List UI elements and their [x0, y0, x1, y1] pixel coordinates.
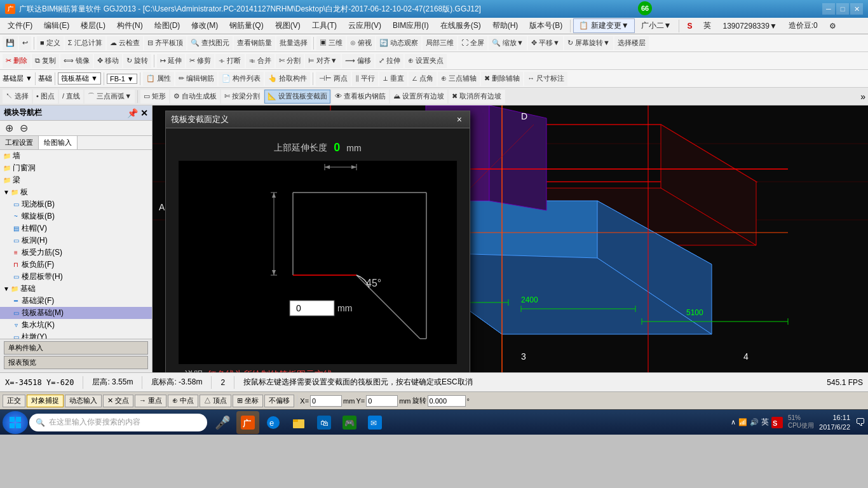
btn-intersection[interactable]: ✕ 交点 [103, 395, 133, 407]
btn-cancel-all-slope[interactable]: ✖ 取消所有边坡 [449, 90, 505, 104]
tree-item-door[interactable]: 📁 门窗洞 [0, 162, 152, 174]
taskbar-app-edge[interactable]: e [262, 411, 285, 434]
menu-help[interactable]: 帮助(H) [487, 19, 524, 32]
btn-three-point-axis[interactable]: ⊕ 三点辅轴 [438, 72, 480, 86]
btn-merge[interactable]: ⟚ 合并 [246, 54, 275, 68]
btn-point-mode[interactable]: • 图点 [33, 90, 58, 104]
btn-arc-mode[interactable]: ⌒ 三点画弧▼ [85, 90, 135, 104]
menu-edit[interactable]: 编辑(E) [39, 19, 74, 32]
menu-online[interactable]: 在线服务(S) [435, 19, 486, 32]
btn-delete[interactable]: ✂ 删除 [3, 54, 31, 68]
btn-coord[interactable]: ⊞ 坐标 [233, 395, 263, 407]
btn-property[interactable]: 📋 属性 [143, 72, 174, 86]
taskbar-app-explorer[interactable] [287, 411, 310, 434]
nav-add[interactable]: ⊕ [3, 122, 16, 134]
btn-break[interactable]: ⟛ 打断 [215, 54, 244, 68]
btn-no-offset[interactable]: 不偏移 [264, 395, 294, 407]
rot-input[interactable] [428, 395, 466, 407]
taskbar-app-cortana[interactable]: 🎤 [211, 411, 234, 434]
nav-minus[interactable]: ⊖ [17, 122, 31, 134]
btn-del-axis[interactable]: ✖ 删除辅轴 [481, 72, 523, 86]
taskbar-app-store[interactable]: 🛍 [313, 411, 336, 434]
btn-midpoint[interactable]: ⊕ 中点 [168, 395, 198, 407]
tree-item-floor-band[interactable]: ▭ 楼层板带(H) [0, 271, 152, 283]
btn-mirror[interactable]: ⟺ 镜像 [60, 54, 93, 68]
btn-set-all-slope[interactable]: ⛰ 设置所有边坡 [390, 90, 447, 104]
sidebar-pin-icon[interactable]: 📌 [127, 108, 138, 118]
coord-y-input[interactable] [366, 395, 398, 407]
btn-perpendicular[interactable]: ⊥ 垂直 [379, 72, 407, 86]
btn-screen-rotate[interactable]: ↻ 屏幕旋转▼ [564, 36, 613, 50]
menu-guangxiao[interactable]: 广小二▼ [636, 19, 677, 32]
btn-3d[interactable]: ▣ 三维 [316, 36, 346, 50]
btn-pan[interactable]: ✥ 平移▼ [528, 36, 563, 50]
dialog-close-button[interactable]: × [454, 114, 465, 125]
menu-cloud[interactable]: 云应用(V) [343, 19, 386, 32]
component-dropdown[interactable]: 筏板基础 ▼ [58, 72, 101, 85]
btn-offset[interactable]: ⟿ 偏移 [342, 54, 374, 68]
btn-batch[interactable]: 批量选择 [276, 36, 311, 50]
btn-endpoint[interactable]: → 重点 [135, 395, 166, 407]
btn-select-mode[interactable]: ↖ 选择 [3, 90, 32, 104]
window-controls[interactable]: ─ □ ✕ [822, 3, 863, 15]
btn-stretch[interactable]: ⤢ 拉伸 [376, 54, 403, 68]
btn-snap[interactable]: 对象捕捉 [27, 395, 64, 407]
menu-settings-icon[interactable]: ⚙ [824, 20, 841, 32]
menu-bim[interactable]: BIM应用(I) [388, 19, 434, 32]
menu-tools[interactable]: 工具(T) [307, 19, 342, 32]
btn-define[interactable]: ■ 定义 [37, 36, 64, 50]
btn-comp-list[interactable]: 📄 构件列表 [219, 72, 264, 86]
btn-point-angle[interactable]: ∠ 点角 [409, 72, 437, 86]
btn-copy[interactable]: ⧉ 复制 [32, 54, 59, 68]
taskbar-app-mail[interactable]: ✉ [363, 411, 386, 434]
btn-view-plate-rebar[interactable]: 👁 查看板内钢筋 [332, 90, 389, 104]
minimize-button[interactable]: ─ [822, 3, 835, 15]
menu-version[interactable]: 版本号(B) [524, 19, 567, 32]
btn-zoom[interactable]: 🔍 缩放▼ [489, 36, 527, 50]
tree-item-sump[interactable]: ▿ 集水坑(K) [0, 319, 152, 331]
btn-single-comp[interactable]: 单构件输入 [4, 341, 148, 355]
btn-vertex[interactable]: △ 顶点 [200, 395, 231, 407]
clock[interactable]: 16:11 2017/6/22 [819, 413, 850, 431]
dialog-titlebar[interactable]: 筏板变截面定义 × [166, 111, 470, 128]
tree-item-wall[interactable]: 📁 墙 [0, 150, 152, 162]
menu-component[interactable]: 构件(N) [112, 19, 148, 32]
tree-item-neg-rebar[interactable]: ⊓ 板负筋(F) [0, 259, 152, 271]
btn-dynamic[interactable]: 🔄 动态观察 [376, 36, 421, 50]
btn-view-rebar[interactable]: 查看钢筋量 [234, 36, 275, 50]
menu-lang[interactable]: 英 [698, 19, 716, 32]
btn-sum[interactable]: Σ 汇总计算 [65, 36, 105, 50]
notifications-icon[interactable]: 🗨 [855, 417, 865, 428]
taskbar-app-game[interactable]: 🎮 [338, 411, 361, 434]
tree-item-spiral-slab[interactable]: ~ 螺旋板(B) [0, 210, 152, 222]
btn-save[interactable]: 💾 [3, 36, 18, 50]
btn-dynamic-input[interactable]: 动态输入 [65, 395, 102, 407]
btn-two-point[interactable]: ⊣⊢ 两点 [316, 72, 351, 86]
btn-pick[interactable]: 👆 拾取构件 [265, 72, 310, 86]
start-button[interactable] [3, 411, 28, 434]
menu-new-change[interactable]: 📋 新建变更▼ [573, 18, 634, 33]
btn-find[interactable]: 🔍 查找图元 [187, 36, 233, 50]
btn-move[interactable]: ✥ 移动 [94, 54, 122, 68]
tree-item-raft[interactable]: ▭ 筏板基础(M) [0, 307, 152, 319]
coord-x-input[interactable] [310, 395, 342, 407]
tree-item-found-beam[interactable]: ━ 基础梁(F) [0, 295, 152, 307]
maximize-button[interactable]: □ [836, 3, 849, 15]
btn-fullscreen[interactable]: ⛶ 全屏 [458, 36, 487, 50]
btn-cloud-check[interactable]: ☁ 云检查 [107, 36, 143, 50]
menu-view[interactable]: 视图(V) [270, 19, 306, 32]
tab-draw-input[interactable]: 绘图输入 [39, 136, 78, 149]
btn-split[interactable]: ✄ 分割 [276, 54, 304, 68]
menu-floor[interactable]: 楼层(L) [76, 19, 111, 32]
taskbar-search[interactable]: 🔍 在这里输入你要搜索的内容 [29, 414, 207, 431]
btn-rotate[interactable]: ↻ 旋转 [123, 54, 151, 68]
close-button[interactable]: ✕ [850, 3, 863, 15]
btn-parallel[interactable]: ∥ 平行 [352, 72, 378, 86]
btn-set-section[interactable]: 📐 设置筏板变截面 [264, 90, 330, 104]
btn-top-view[interactable]: ⊙ 俯视 [347, 36, 375, 50]
btn-line-mode[interactable]: / 直线 [59, 90, 83, 104]
btn-set-grip[interactable]: ⊕ 设置夹点 [405, 54, 447, 68]
menu-phone[interactable]: 13907298339▼ [717, 20, 782, 32]
btn-edit-rebar[interactable]: ✏ 编辑钢筋 [175, 72, 217, 86]
menu-draw[interactable]: 绘图(D) [149, 19, 186, 32]
